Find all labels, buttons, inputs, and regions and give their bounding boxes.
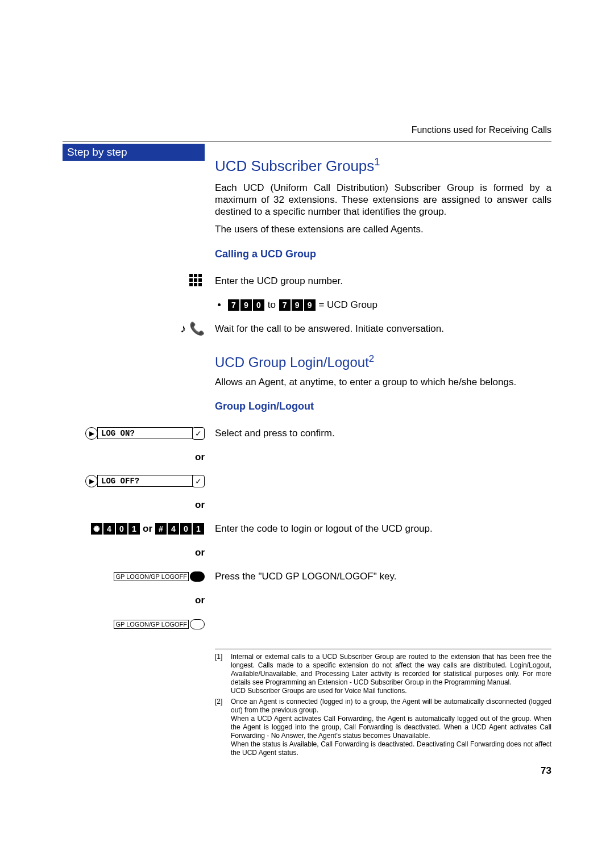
key: 9 — [292, 299, 303, 311]
instruction: Enter the code to login or logout of the… — [215, 523, 551, 535]
softkey-logon-logoff-outline[interactable]: GP LOGON/GP LOGOFF — [114, 619, 205, 629]
section2-title-text: UCD Group Login/Logout — [215, 354, 369, 370]
footnote-number: [1] — [215, 653, 227, 695]
subsection-calling: Calling a UCD Group — [215, 248, 551, 260]
instruction: Press the "UCD GP LOGON/LOGOF" key. — [215, 571, 551, 582]
handset-icon: 📞 — [189, 322, 205, 336]
login-logout-codes: ✺401 or #401 — [90, 523, 205, 535]
code-range: 790 to 799 = UCD Group — [227, 299, 551, 311]
key: 0 — [253, 299, 264, 311]
key: 7 — [279, 299, 291, 311]
instruction: Enter the UCD group number. — [215, 276, 551, 287]
check-icon: ✓ — [192, 427, 205, 440]
option-log-off[interactable]: ▶ LOG OFF? ✓ — [85, 475, 205, 487]
key: 4 — [103, 523, 115, 535]
equals-text: = UCD Group — [318, 299, 377, 310]
button-outline-icon — [190, 619, 205, 629]
option-log-on[interactable]: ▶ LOG ON? ✓ — [85, 427, 205, 440]
footnote-ref-2 — [369, 354, 374, 370]
divider — [63, 141, 551, 141]
sidebar-title: Step by step — [63, 144, 205, 161]
key: # — [155, 523, 167, 535]
section1-title: UCD Subscriber Groups — [215, 156, 551, 175]
key: 0 — [116, 523, 127, 535]
arrow-right-icon: ▶ — [85, 427, 98, 440]
para: The users of these extensions are called… — [215, 223, 551, 235]
or-text: or — [63, 452, 205, 463]
page: Functions used for Receiving Calls Step … — [0, 0, 614, 833]
or-text: or — [63, 547, 205, 558]
page-number: 73 — [215, 765, 551, 777]
button-filled-icon — [190, 571, 205, 582]
key: 4 — [168, 523, 179, 535]
key: 7 — [228, 299, 239, 311]
or-text: or — [63, 499, 205, 511]
arrow-right-icon: ▶ — [85, 475, 98, 487]
footnotes: [1] Internal or external calls to a UCD … — [215, 649, 551, 757]
subsection-loginlogout: Group Login/Logout — [215, 400, 551, 412]
footnote-ref-1 — [374, 157, 380, 174]
footnote-number: [2] — [215, 698, 227, 757]
section1-title-text: UCD Subscriber Groups — [215, 157, 374, 174]
option-label: LOG ON? — [97, 427, 193, 439]
softkey-label: GP LOGON/GP LOGOFF — [114, 572, 189, 581]
or-text: or — [143, 523, 152, 535]
tone-icon: ♪ — [180, 322, 186, 335]
softkey-logon-logoff[interactable]: GP LOGON/GP LOGOFF — [114, 571, 205, 582]
option-label: LOG OFF? — [97, 475, 193, 487]
instruction: Wait for the call to be answered. Initia… — [215, 323, 551, 335]
section2-title: UCD Group Login/Logout — [215, 353, 551, 370]
header-section: Functions used for Receiving Calls — [63, 125, 551, 135]
or-text: or — [63, 595, 205, 606]
check-icon: ✓ — [192, 475, 205, 487]
footnote-1-text: Internal or external calls to a UCD Subs… — [231, 653, 551, 695]
to-word: to — [268, 299, 276, 310]
key: 9 — [304, 299, 316, 311]
key: 0 — [180, 523, 192, 535]
key: 1 — [193, 523, 204, 535]
para: Each UCD (Uniform Call Distribution) Sub… — [215, 182, 551, 218]
para: Allows an Agent, at anytime, to enter a … — [215, 376, 551, 388]
instruction: Select and press to confirm. — [215, 428, 551, 439]
key: 9 — [240, 299, 252, 311]
footnote-2-text: Once an Agent is connected (logged in) t… — [231, 698, 551, 757]
key: 1 — [128, 523, 140, 535]
key-star: ✺ — [91, 523, 102, 535]
softkey-label: GP LOGON/GP LOGOFF — [114, 620, 189, 629]
keypad-icon — [189, 273, 205, 289]
